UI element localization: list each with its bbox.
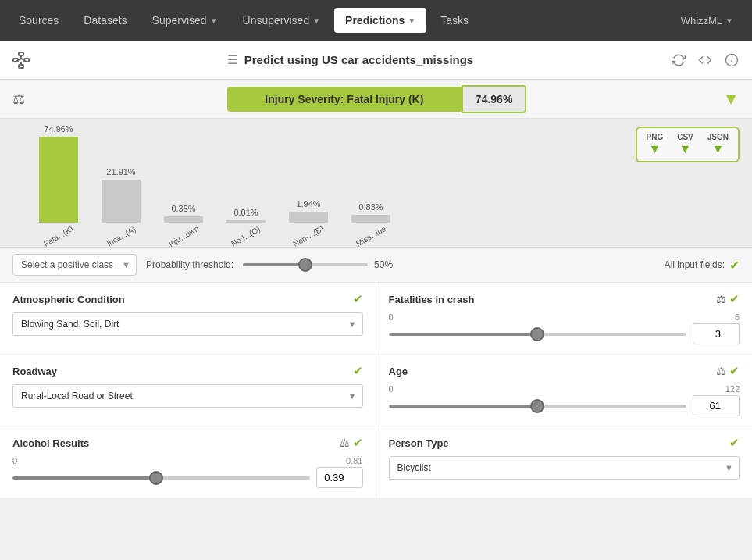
nav-whizzml[interactable]: WhizzML ▼: [670, 9, 744, 33]
atmospheric-check-icon[interactable]: ✔: [353, 292, 363, 306]
alcohol-number-input[interactable]: [316, 467, 363, 488]
field-person-type-icons: ✔: [729, 436, 740, 450]
field-atmospheric-select[interactable]: Blowing Sand, Soil, Dirt: [12, 312, 363, 336]
nav-item-unsupervised[interactable]: Unsupervised ▼: [232, 8, 332, 33]
field-person-type-select[interactable]: Bicyclist: [389, 456, 740, 480]
unsupervised-dropdown-arrow: ▼: [312, 16, 320, 25]
field-person-type-select-wrap: Bicyclist ▼: [389, 456, 740, 480]
bar-group-3: 0.01% No I...(O): [226, 208, 266, 241]
bar-fill-0: [39, 137, 78, 223]
csv-label: CSV: [677, 133, 693, 141]
page-title: Predict using US car accidents_missings: [244, 53, 473, 66]
prob-threshold-slider-container: 50%: [243, 259, 393, 270]
age-scale-icon: ⚖: [716, 365, 726, 377]
all-input-fields-label: All input fields:: [665, 259, 725, 270]
fatalities-range-slider[interactable]: [389, 333, 687, 336]
bar-pct-3: 0.01%: [233, 208, 258, 217]
export-buttons-group: PNG ▼ CSV ▼ JSON ▼: [636, 127, 740, 162]
bar-fill-1: [102, 180, 141, 223]
person-type-check-icon[interactable]: ✔: [729, 436, 740, 450]
all-input-check-icon[interactable]: ✔: [729, 258, 740, 273]
fatalities-number-input[interactable]: [693, 323, 740, 344]
fatalities-max-label: 6: [735, 312, 740, 322]
bar-label-0: Fata...(K): [42, 224, 75, 248]
field-alcohol-results: Alcohol Results ⚖ ✔ 0 0.81: [0, 426, 376, 498]
header-action-buttons: [668, 49, 743, 71]
export-png-button[interactable]: PNG ▼: [640, 131, 670, 158]
export-json-button[interactable]: JSON ▼: [701, 131, 735, 158]
bar-group-2: 0.35% Inju...own: [164, 204, 203, 241]
chart-bars: 74.96% Fata...(K) 21.91% Inca...(A) 0.35…: [16, 131, 736, 241]
bar-label-2: Inju...own: [167, 224, 201, 248]
alcohol-max-label: 0.81: [346, 456, 362, 465]
chart-area: PNG ▼ CSV ▼ JSON ▼ 74.96% Fata...(K) 21.…: [0, 119, 752, 248]
fatalities-range-labels: 0 6: [389, 312, 740, 322]
age-number-input[interactable]: [693, 395, 740, 416]
tree-view-button[interactable]: [9, 48, 33, 72]
scale-icon: ⚖: [12, 91, 25, 108]
field-fatalities-icons: ⚖ ✔: [716, 292, 740, 306]
fatalities-check-icon[interactable]: ✔: [729, 292, 740, 306]
svg-rect-3: [19, 65, 23, 68]
field-roadway-icons: ✔: [353, 364, 363, 378]
age-check-icon[interactable]: ✔: [729, 364, 740, 378]
predictions-dropdown-arrow: ▼: [408, 16, 415, 25]
bar-fill-4: [289, 212, 328, 223]
age-slider-row: [389, 395, 740, 416]
field-person-type-header: Person Type ✔: [389, 436, 740, 450]
refresh-button[interactable]: [668, 49, 690, 71]
field-alcohol-label: Alcohol Results: [12, 437, 89, 449]
bar-group-4: 1.94% Non-...(B): [289, 199, 328, 241]
nav-item-datasets[interactable]: Datasets: [73, 8, 137, 33]
png-label: PNG: [647, 133, 664, 141]
prediction-result-bar: ⚖ Injury Severity: Fatal Injury (K) 74.9…: [0, 80, 752, 119]
header-bar: ☰ Predict using US car accidents_missing…: [0, 41, 752, 80]
png-download-icon: ▼: [648, 142, 661, 156]
bar-pct-2: 0.35%: [171, 204, 195, 213]
code-button[interactable]: [694, 49, 716, 71]
bar-fill-2: [164, 216, 203, 223]
field-age-header: Age ⚖ ✔: [389, 364, 740, 378]
field-fatalities-label: Fatalities in crash: [389, 294, 475, 305]
bar-label-5: Miss...lue: [355, 224, 387, 248]
field-roadway-label: Roadway: [12, 366, 57, 377]
controls-section: Select a positive class ▼ Probability th…: [0, 248, 752, 283]
age-range-slider[interactable]: [389, 405, 687, 408]
supervised-dropdown-arrow: ▼: [210, 16, 218, 25]
expand-icon[interactable]: ▼: [722, 89, 740, 109]
field-atmospheric-condition: Atmospheric Condition ✔ Blowing Sand, So…: [0, 283, 376, 355]
alcohol-check-icon[interactable]: ✔: [353, 436, 363, 450]
fields-grid: Atmospheric Condition ✔ Blowing Sand, So…: [0, 283, 752, 498]
alcohol-range-slider[interactable]: [12, 476, 310, 480]
field-roadway-header: Roadway ✔: [12, 364, 363, 378]
bar-fill-3: [226, 220, 266, 223]
fatalities-min-label: 0: [389, 312, 394, 322]
select-positive-class-wrapper: Select a positive class ▼: [12, 254, 137, 276]
prob-threshold-slider[interactable]: [243, 263, 368, 266]
field-atmospheric-label: Atmospheric Condition: [12, 294, 125, 305]
json-download-icon: ▼: [711, 142, 724, 156]
json-label: JSON: [707, 133, 729, 141]
select-positive-class[interactable]: Select a positive class: [12, 254, 137, 276]
nav-item-tasks[interactable]: Tasks: [429, 8, 479, 33]
field-age: Age ⚖ ✔ 0 122: [376, 355, 753, 426]
bar-pct-4: 1.94%: [296, 199, 320, 209]
bar-label-4: Non-...(B): [291, 224, 325, 248]
alcohol-scale-icon: ⚖: [340, 437, 350, 449]
nav-item-sources[interactable]: Sources: [8, 8, 69, 33]
alcohol-min-label: 0: [12, 456, 17, 465]
export-csv-button[interactable]: CSV ▼: [671, 131, 700, 158]
field-person-type: Person Type ✔ Bicyclist ▼: [376, 426, 753, 498]
info-button[interactable]: [721, 49, 743, 71]
field-roadway-select[interactable]: Rural-Local Road or Street: [12, 384, 363, 408]
roadway-check-icon[interactable]: ✔: [353, 364, 363, 378]
field-roadway-select-wrap: Rural-Local Road or Street ▼: [12, 384, 363, 408]
age-range-labels: 0 122: [389, 384, 740, 394]
nav-item-predictions[interactable]: Predictions ▼: [334, 8, 426, 33]
field-alcohol-icons: ⚖ ✔: [340, 436, 363, 450]
field-atmospheric-select-wrap: Blowing Sand, Soil, Dirt ▼: [12, 312, 363, 336]
nav-item-supervised[interactable]: Supervised ▼: [141, 8, 229, 33]
bar-fill-5: [351, 215, 390, 223]
fatalities-scale-icon: ⚖: [716, 293, 726, 305]
age-min-label: 0: [389, 384, 394, 394]
